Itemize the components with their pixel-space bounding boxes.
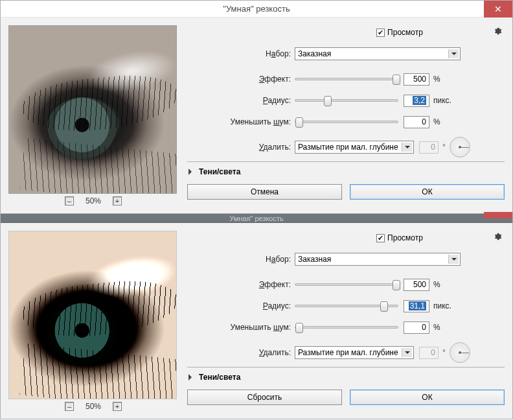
dialog-title: Умная" резкость — [1, 215, 512, 222]
noise-input[interactable]: 0 — [404, 321, 429, 334]
preview-image[interactable] — [8, 25, 177, 194]
smart-sharpen-dialog-1: "Умная" резкость ✕ – 50% + — [0, 0, 513, 214]
check-icon: ✔ — [378, 235, 383, 242]
remove-select[interactable]: Размытие при мал. глубине — [295, 346, 414, 359]
preview-checkbox-label: Просмотр — [387, 233, 423, 242]
ok-button[interactable]: ОК — [350, 390, 505, 405]
preview-checkbox[interactable]: ✔ — [376, 234, 385, 242]
zoom-level: 50% — [86, 402, 101, 411]
settings-gear-button[interactable] — [492, 231, 503, 242]
preview-checkbox-row: ✔ Просмотр — [187, 231, 505, 245]
amount-label: Эффект: — [187, 75, 295, 84]
radius-row: Радиус: 31,1 пикс. — [187, 299, 505, 313]
noise-label: Уменьшить шум: — [187, 117, 295, 126]
preset-row: Набор: Заказная — [187, 47, 505, 61]
degree-icon: ° — [442, 143, 446, 152]
noise-slider[interactable] — [295, 326, 398, 329]
gear-icon — [493, 232, 502, 241]
zoom-in-button[interactable]: + — [113, 402, 122, 411]
remove-select[interactable]: Размытие при мал. глубине — [295, 141, 414, 154]
zoom-out-button[interactable]: – — [65, 402, 74, 411]
preset-value: Заказная — [298, 49, 331, 58]
shadows-highlights-section[interactable]: Тени/света — [187, 368, 505, 387]
controls-column: ✔ Просмотр Набор: Заказная Эффект: 500 %… — [178, 231, 505, 411]
preview-checkbox-row: ✔ Просмотр — [187, 25, 505, 40]
noise-row: Уменьшить шум: 0 % — [187, 115, 505, 129]
radius-unit: пикс. — [433, 96, 459, 105]
preset-select[interactable]: Заказная — [295, 253, 461, 266]
noise-input[interactable]: 0 — [404, 116, 429, 128]
preset-label: Набор: — [187, 255, 295, 264]
radius-row: Радиус: 3,2 пикс. — [187, 93, 505, 108]
gear-icon — [493, 27, 502, 36]
shadows-label: Тени/света — [199, 373, 240, 382]
angle-input: 0 — [419, 347, 439, 359]
amount-unit: % — [433, 75, 459, 84]
radius-slider[interactable] — [295, 305, 398, 307]
amount-label: Эффект: — [187, 280, 295, 289]
preset-row: Набор: Заказная — [187, 252, 505, 266]
controls-column: ✔ Просмотр Набор: Заказная Эффект: 500 %… — [178, 25, 505, 205]
noise-label: Уменьшить шум: — [187, 323, 295, 332]
ok-button[interactable]: ОК — [350, 184, 505, 200]
remove-label: Удалить: — [187, 348, 295, 357]
titlebar[interactable]: Умная" резкость — [1, 214, 512, 223]
remove-row: Удалить: Размытие при мал. глубине 0 ° — [187, 345, 505, 360]
angle-input: 0 — [419, 141, 439, 154]
chevron-down-icon — [448, 49, 459, 58]
button-row: Сбросить ОК — [187, 390, 505, 405]
amount-slider[interactable] — [295, 78, 398, 80]
noise-row: Уменьшить шум: 0 % — [187, 320, 505, 334]
noise-slider[interactable] — [295, 121, 398, 123]
noise-unit: % — [433, 323, 459, 332]
preset-label: Набор: — [187, 49, 295, 58]
settings-gear-button[interactable] — [492, 25, 503, 37]
zoom-level: 50% — [86, 196, 101, 205]
preset-select[interactable]: Заказная — [295, 47, 461, 60]
titlebar[interactable]: "Умная" резкость ✕ — [1, 1, 512, 18]
remove-row: Удалить: Размытие при мал. глубине 0 ° — [187, 140, 505, 154]
shadows-highlights-section[interactable]: Тени/света — [187, 162, 505, 181]
angle-dial[interactable] — [450, 342, 470, 363]
dialog-body: – 50% + ✔ Просмотр Набор: Заказная — [1, 223, 512, 419]
button-row: Отмена ОК — [187, 184, 505, 200]
zoom-controls: – 50% + — [8, 402, 178, 411]
zoom-in-button[interactable]: + — [113, 196, 122, 205]
preview-image[interactable] — [8, 231, 177, 399]
radius-slider[interactable] — [295, 99, 398, 102]
triangle-right-icon — [188, 169, 195, 175]
preview-checkbox[interactable]: ✔ — [376, 29, 385, 37]
amount-unit: % — [433, 280, 459, 289]
close-icon: ✕ — [494, 5, 502, 14]
preset-value: Заказная — [298, 255, 331, 264]
amount-row: Эффект: 500 % — [187, 72, 505, 86]
noise-unit: % — [433, 117, 459, 126]
triangle-right-icon — [188, 374, 195, 380]
angle-dial[interactable] — [450, 137, 470, 158]
remove-value: Размытие при мал. глубине — [298, 348, 398, 357]
amount-row: Эффект: 500 % — [187, 277, 505, 292]
radius-input[interactable]: 3,2 — [404, 95, 429, 107]
chevron-down-icon — [402, 348, 412, 357]
amount-slider[interactable] — [295, 283, 398, 286]
dialog-body: – 50% + ✔ Просмотр Набор: Заказная — [1, 18, 512, 213]
amount-input[interactable]: 500 — [404, 279, 429, 291]
shadows-label: Тени/света — [199, 167, 240, 176]
chevron-down-icon — [448, 255, 459, 264]
remove-value: Размытие при мал. глубине — [298, 143, 398, 152]
zoom-out-button[interactable]: – — [65, 196, 74, 205]
remove-label: Удалить: — [187, 143, 295, 152]
check-icon: ✔ — [378, 29, 383, 36]
radius-unit: пикс. — [433, 301, 459, 310]
close-button[interactable] — [484, 212, 512, 218]
radius-input[interactable]: 31,1 — [404, 300, 429, 312]
reset-button[interactable]: Сбросить — [187, 390, 342, 405]
chevron-down-icon — [402, 143, 412, 152]
close-button[interactable]: ✕ — [484, 1, 512, 18]
amount-input[interactable]: 500 — [404, 73, 429, 86]
radius-label: Радиус: — [187, 96, 295, 105]
radius-label: Радиус: — [187, 301, 295, 310]
preview-checkbox-label: Просмотр — [387, 28, 423, 37]
preview-column: – 50% + — [8, 25, 178, 205]
cancel-button[interactable]: Отмена — [187, 184, 342, 200]
